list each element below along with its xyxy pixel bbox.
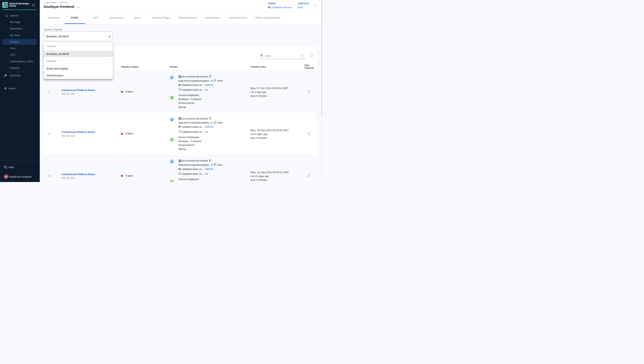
svg-text:?: ?: [5, 166, 6, 167]
